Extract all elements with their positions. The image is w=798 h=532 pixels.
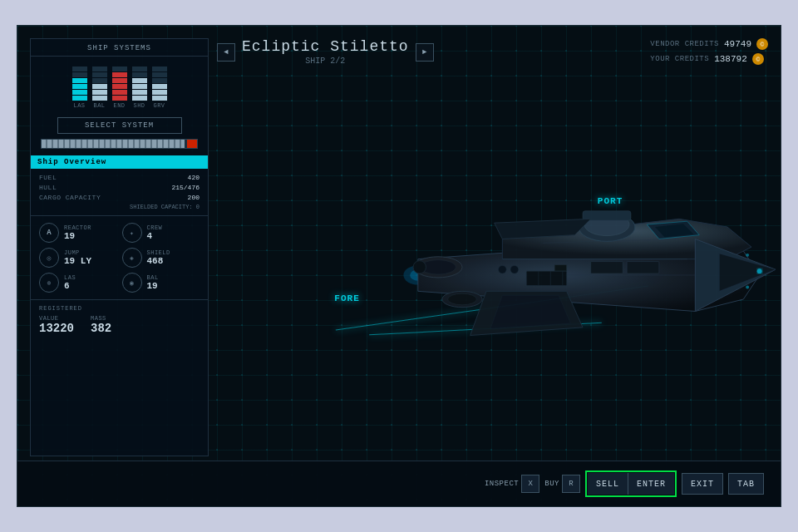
las-bar bbox=[72, 63, 87, 101]
vendor-credits-label: VENDOR CREDITS bbox=[650, 40, 719, 48]
las-stat-value: 6 bbox=[64, 281, 76, 291]
svg-point-9 bbox=[448, 293, 477, 305]
ship-subtitle: SHIP 2/2 bbox=[242, 57, 409, 66]
cargo-row: CARGO CAPACITY 200 bbox=[39, 194, 200, 201]
power-bar bbox=[41, 139, 198, 149]
bar-seg bbox=[92, 90, 107, 95]
bar-seg bbox=[112, 96, 127, 101]
svg-point-20 bbox=[757, 268, 762, 273]
ship-name: Ecliptic Stiletto bbox=[242, 38, 409, 55]
svg-rect-16 bbox=[526, 271, 566, 285]
bal-bar-group: BAL bbox=[92, 63, 107, 109]
shield-stat: ◈ SHIELD 468 bbox=[122, 248, 200, 268]
value-label: VALUE bbox=[39, 315, 74, 322]
bar-seg bbox=[112, 78, 127, 83]
reactor-stat: A REACTOR 19 bbox=[39, 223, 117, 243]
ship-svg bbox=[342, 109, 781, 441]
bar-seg bbox=[92, 96, 107, 101]
shielded-capacity: SHIELDED CAPACITY: 0 bbox=[39, 204, 200, 210]
shield-value: 468 bbox=[147, 256, 170, 266]
fuel-row: FUEL 420 bbox=[39, 174, 200, 181]
fuel-value: 420 bbox=[188, 174, 200, 181]
select-system-button[interactable]: SELECT SYSTEM bbox=[57, 117, 182, 134]
vendor-credits-value: 49749 bbox=[724, 39, 751, 49]
jump-stat: ◎ JUMP 19 LY bbox=[39, 248, 117, 268]
value-stat: VALUE 13220 bbox=[39, 315, 74, 335]
shield-icon: ◈ bbox=[122, 248, 142, 268]
jump-value: 19 LY bbox=[64, 256, 91, 266]
bar-seg bbox=[72, 78, 87, 83]
registered-label: REGISTERED bbox=[39, 305, 200, 312]
bar-seg bbox=[72, 72, 87, 77]
exit-group: EXIT bbox=[682, 473, 723, 495]
end-bar-group: END bbox=[112, 63, 127, 109]
your-credits-label: YOUR CREDITS bbox=[650, 55, 709, 63]
your-credits-value: 138792 bbox=[714, 54, 747, 64]
crew-text: CREW 4 bbox=[147, 224, 163, 241]
bar-seg bbox=[132, 72, 147, 77]
exit-button[interactable]: EXIT bbox=[682, 473, 723, 495]
sell-enter-group[interactable]: SELL ENTER bbox=[585, 470, 677, 497]
inspect-key[interactable]: X bbox=[521, 475, 539, 493]
bar-seg bbox=[92, 78, 107, 83]
left-panel: SHIP SYSTEMS LAS bbox=[30, 38, 209, 456]
svg-rect-15 bbox=[554, 264, 567, 271]
ship-title-area: Ecliptic Stiletto SHIP 2/2 bbox=[242, 38, 409, 66]
svg-point-23 bbox=[499, 265, 507, 273]
bar-seg bbox=[112, 66, 127, 71]
shd-label: SHD bbox=[133, 102, 145, 109]
enter-button[interactable]: ENTER bbox=[628, 473, 674, 495]
tab-button[interactable]: TAB bbox=[728, 473, 764, 495]
reactor-text: REACTOR 19 bbox=[64, 224, 91, 241]
crew-icon: ✦ bbox=[122, 223, 142, 243]
reactor-icon: A bbox=[39, 223, 59, 243]
reactor-value: 19 bbox=[64, 231, 91, 241]
bar-seg bbox=[152, 90, 167, 95]
shd-bar-group: SHD bbox=[132, 63, 147, 109]
bar-seg bbox=[112, 84, 127, 89]
bar-seg bbox=[132, 90, 147, 95]
svg-rect-13 bbox=[591, 262, 623, 274]
power-overflow bbox=[187, 140, 197, 148]
bal-text: BAL 19 bbox=[147, 274, 159, 291]
your-credits-row: YOUR CREDITS 138792 © bbox=[650, 53, 768, 65]
end-label: END bbox=[113, 102, 125, 109]
cargo-value: 200 bbox=[188, 194, 200, 201]
bar-seg bbox=[72, 96, 87, 101]
inspect-group: INSPECT X bbox=[485, 475, 539, 493]
sell-button[interactable]: SELL bbox=[588, 473, 628, 495]
vendor-credits-row: VENDOR CREDITS 49749 © bbox=[650, 38, 768, 50]
jump-icon: ◎ bbox=[39, 248, 59, 268]
bar-seg bbox=[152, 78, 167, 83]
bal-label: BAL bbox=[93, 102, 105, 109]
bar-seg bbox=[72, 90, 87, 95]
las-stat-name: LAS bbox=[64, 274, 76, 281]
hull-row: HULL 215/476 bbox=[39, 184, 200, 191]
grv-label: GRV bbox=[153, 102, 165, 109]
mass-stat: MASS 382 bbox=[91, 315, 111, 335]
next-ship-button[interactable]: ► bbox=[416, 43, 434, 62]
bar-seg bbox=[72, 84, 87, 89]
bal-stat-value: 19 bbox=[147, 281, 159, 291]
vendor-credit-icon: © bbox=[756, 38, 768, 50]
ship-systems-header: SHIP SYSTEMS bbox=[31, 39, 208, 57]
bar-seg bbox=[132, 66, 147, 71]
bar-seg bbox=[152, 72, 167, 77]
inspect-label: INSPECT bbox=[485, 480, 519, 488]
end-bar bbox=[112, 63, 127, 101]
registered-stats: VALUE 13220 MASS 382 bbox=[39, 315, 200, 335]
buy-key[interactable]: R bbox=[562, 475, 580, 493]
ship-overview-header: Ship Overview bbox=[31, 155, 208, 169]
las-stat-icon: ⊗ bbox=[39, 273, 59, 293]
bar-seg bbox=[132, 96, 147, 101]
bar-seg bbox=[152, 96, 167, 101]
prev-ship-button[interactable]: ◄ bbox=[217, 43, 235, 62]
cargo-label: CARGO CAPACITY bbox=[39, 194, 101, 201]
buy-group: BUY R bbox=[544, 475, 580, 493]
icon-stats-grid: A REACTOR 19 ✦ CREW 4 ◎ JUMP 19 LY bbox=[31, 216, 208, 300]
jump-text: JUMP 19 LY bbox=[64, 249, 91, 266]
bar-seg bbox=[132, 78, 147, 83]
bal-stat-icon: ◉ bbox=[122, 273, 142, 293]
shield-text: SHIELD 468 bbox=[147, 249, 170, 266]
bar-seg bbox=[132, 84, 147, 89]
